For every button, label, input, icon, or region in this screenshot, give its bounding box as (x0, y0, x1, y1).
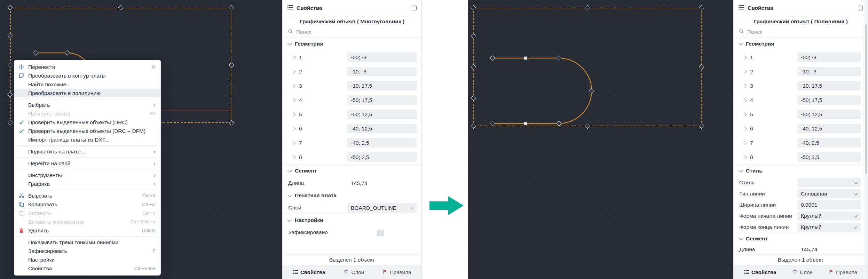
section-geometry[interactable]: Геометрия (734, 37, 868, 50)
chevron-right-icon[interactable] (292, 98, 295, 102)
menu-item-label: Копировать (28, 201, 57, 208)
tab-rules[interactable]: Правила (382, 265, 411, 279)
menu-item-copy[interactable]: Копировать Ctrl+C (14, 200, 160, 209)
chevron-right-icon[interactable] (743, 127, 747, 130)
point-value-field[interactable]: -50; -3 (797, 53, 861, 62)
menu-item-move[interactable]: Перенести M (14, 63, 160, 71)
point-value-field[interactable]: -50; 2,5 (347, 152, 417, 162)
point-value: -50; 12,5 (351, 111, 372, 118)
menu-item-convert-to-polyline[interactable]: Преобразовать в полилинию (14, 89, 160, 97)
menu-item-check-drc-dfm[interactable]: Проверить выделенные объекты (DRC + DFM) (14, 127, 160, 135)
chevron-right-icon[interactable] (292, 112, 295, 116)
section-settings[interactable]: Настройки (283, 214, 421, 226)
point-value-field[interactable]: -40; 2,5 (797, 138, 861, 148)
section-board[interactable]: Печатная плата (283, 189, 421, 202)
point-value-field[interactable]: -50; 17,5 (797, 95, 861, 105)
line-width-input[interactable]: 0,0001 (797, 200, 861, 209)
menu-item-import-dxf[interactable]: Импорт границы платы из DXF... (14, 135, 160, 144)
chevron-right-icon[interactable] (292, 70, 295, 73)
paste-icon (18, 210, 24, 216)
menu-item-properties[interactable]: Свойства Ctrl+Enter (14, 264, 160, 273)
tab-properties[interactable]: Свойства (293, 265, 325, 279)
chevron-right-icon[interactable] (292, 127, 295, 130)
section-segment[interactable]: Сегмент (283, 164, 421, 177)
menu-item-label: Зафиксировать (28, 248, 67, 254)
layer-select[interactable]: BOARD_OUTLINE (347, 203, 417, 213)
menu-item-label: Вырезать (28, 193, 52, 199)
point-value-field[interactable]: -40; 12,5 (797, 124, 861, 133)
chevron-right-icon[interactable] (743, 112, 747, 116)
menu-item-label: Перенести (28, 64, 55, 70)
point-value-field[interactable]: -50; -3 (347, 53, 417, 62)
search-input[interactable]: Поиск (739, 27, 862, 37)
chevron-right-icon[interactable] (292, 55, 295, 59)
menu-item-paste: Вставить Ctrl+V (14, 209, 160, 217)
menu-item-settings[interactable]: Настройки (14, 255, 160, 264)
scrollbar-thumb[interactable] (865, 24, 867, 174)
menu-item-delete[interactable]: Удалить Delete (14, 226, 160, 235)
section-style[interactable]: Стиль (734, 164, 868, 177)
section-geometry[interactable]: Геометрия (283, 37, 421, 50)
menu-item-find-similar[interactable]: Найти похожие... (14, 80, 160, 89)
menu-item-go-to-layer[interactable]: Перейти на слой (14, 159, 160, 168)
tab-rules[interactable]: Правила (829, 265, 857, 279)
line-type-select[interactable]: Сплошная (797, 189, 861, 198)
tab-layers[interactable]: Слои (792, 265, 812, 279)
chevron-right-icon[interactable] (292, 141, 295, 145)
popout-icon[interactable] (412, 6, 417, 10)
menu-item-tools[interactable]: Инструменты (14, 171, 160, 180)
menu-item-convert-to-board-outline[interactable]: Преобразовать в контур платы (14, 71, 160, 80)
board-outline-selection[interactable] (473, 8, 702, 126)
chevron-right-icon[interactable] (743, 55, 747, 59)
section-segment[interactable]: Сегмент (734, 233, 868, 244)
point-value-field[interactable]: -10; 17,5 (797, 81, 861, 90)
chevron-right-icon[interactable] (743, 98, 747, 102)
menu-item-label: Вставить многократно (28, 219, 84, 225)
menu-item-graphics[interactable]: Графика (14, 180, 160, 188)
chevron-right-icon[interactable] (743, 155, 747, 159)
menu-item-thin-tracks[interactable]: Показывать треки тонкими линиями (14, 238, 160, 247)
point-value-field[interactable]: -40; 12,5 (347, 124, 417, 133)
chevron-right-icon[interactable] (292, 84, 295, 88)
popout-icon[interactable] (858, 6, 863, 10)
point-value-field[interactable]: -10; -3 (797, 67, 861, 76)
chevron-right-icon[interactable] (292, 155, 295, 159)
menu-item-shortcut: F5 (140, 111, 156, 116)
panel-scrollbar[interactable] (865, 0, 868, 265)
point-value-field[interactable]: -50; 2,5 (797, 152, 861, 162)
pcb-canvas-before[interactable]: Перенести M Преобразовать в контур платы… (0, 0, 282, 279)
rules-flag-icon (829, 269, 834, 275)
menu-item-shortcut: Delete (132, 228, 156, 233)
segment-midpoint-handle[interactable] (524, 122, 527, 125)
menu-item-check-drc[interactable]: Проверить выделенные объекты (DRC) (14, 118, 160, 127)
point-value-field[interactable]: -50; 17,5 (347, 95, 417, 105)
tab-properties[interactable]: Свойства (744, 265, 776, 279)
search-input[interactable]: Поиск (288, 27, 416, 37)
chevron-right-icon[interactable] (743, 141, 747, 145)
menu-item-select[interactable]: Выбрать (14, 101, 160, 109)
point-value-field[interactable]: -10; -3 (347, 67, 417, 76)
segment-midpoint-handle[interactable] (524, 56, 527, 60)
menu-item-lock[interactable]: Зафиксировать F (14, 247, 160, 255)
point-value-field[interactable]: -10; 17,5 (347, 81, 417, 90)
line-start-shape-value: Круглый (801, 213, 821, 219)
chevron-right-icon[interactable] (743, 84, 747, 88)
section-label: Геометрия (746, 41, 774, 47)
style-select[interactable] (797, 178, 861, 187)
locked-checkbox[interactable] (377, 230, 384, 236)
chevron-right-icon[interactable] (743, 70, 747, 73)
panel-header: Свойства (283, 0, 421, 16)
icon-spacer (18, 90, 24, 96)
menu-item-cut[interactable]: Вырезать Ctrl+X (14, 191, 160, 200)
line-end-shape-select[interactable]: Круглый (797, 223, 861, 232)
point-value-field[interactable]: -50; 12,5 (797, 110, 861, 119)
geometry-row: 7 -40; 2,5 (283, 136, 421, 150)
point-value: -50; 12,5 (801, 111, 822, 118)
menu-item-highlight-on-board[interactable]: Подсветить на плате... (14, 147, 160, 156)
tab-layers[interactable]: Слои (344, 265, 364, 279)
line-start-shape-select[interactable]: Круглый (797, 212, 861, 221)
point-value-field[interactable]: -50; 12,5 (347, 110, 417, 119)
point-value-field[interactable]: -40; 2,5 (347, 138, 417, 148)
pcb-canvas-after[interactable] (468, 0, 733, 279)
menu-item-label: Перейти на слой (28, 160, 70, 167)
